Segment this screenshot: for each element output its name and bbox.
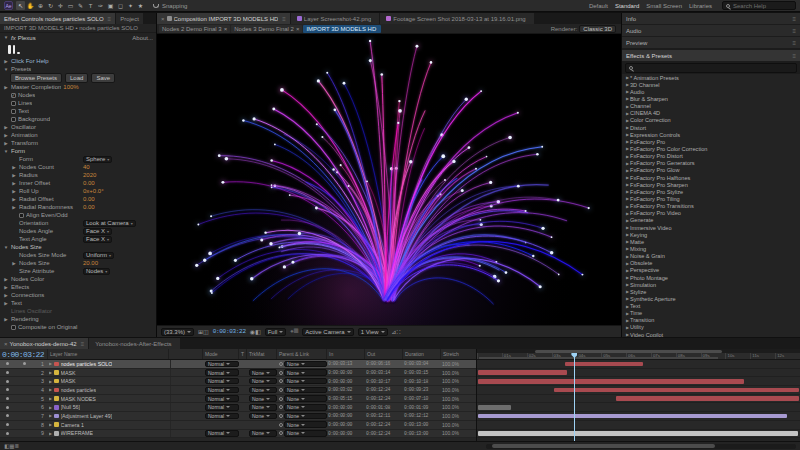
orbit-camera-tool[interactable]: ↻ (46, 1, 55, 10)
magnification-select[interactable]: (33.3%) (161, 328, 194, 336)
effect-property-row[interactable]: Nodes Size Mode Uniform (0, 251, 156, 259)
parent-select[interactable]: None (284, 404, 327, 411)
pick-whip-icon[interactable] (279, 423, 283, 427)
search-help-box[interactable]: Search Help (722, 1, 796, 10)
track-matte-select[interactable]: None (249, 404, 277, 411)
layer-name-cell[interactable]: ▶ MASK (49, 369, 170, 377)
tab-project[interactable]: Project (116, 13, 143, 24)
property-value[interactable]: 2020 (83, 172, 96, 178)
solo-toggle[interactable] (20, 395, 28, 403)
effect-category[interactable]: ▶ FxFactory Pro Glow (622, 167, 800, 174)
in-time[interactable]: 0:00:00:00 (328, 377, 366, 385)
tab-audio[interactable]: Audio ≡ (622, 25, 800, 36)
solo-toggle[interactable] (20, 377, 28, 385)
effect-category[interactable]: ▶ Photo Montage (622, 274, 800, 281)
mask-visibility-icon[interactable]: ◫ (203, 329, 209, 335)
effect-category[interactable]: ▶ 3D Channel (622, 81, 800, 88)
pen-tool[interactable]: ✎ (76, 1, 85, 10)
camera-select[interactable]: Active Camera (302, 328, 353, 336)
pick-whip-icon[interactable] (279, 388, 283, 392)
layer-duration-bar[interactable] (616, 396, 798, 401)
effect-property-row[interactable]: ▶ Connections (0, 291, 156, 299)
property-value[interactable]: Uniform (83, 252, 114, 259)
comp-tab-nodes-2-demo-final-3[interactable]: Nodes 2 Demo Final 3 × (159, 25, 230, 33)
effect-category[interactable]: ▶ FxFactory Pro Video (622, 210, 800, 217)
audio-toggle[interactable] (12, 421, 20, 429)
in-time[interactable]: 0:00:03:13 (328, 360, 366, 368)
layer-row[interactable]: 6 ▶ [Null 56] Normal None (0, 403, 476, 412)
effect-property-row[interactable]: ▶ Nodes Size 20.00 (0, 259, 156, 267)
effect-category[interactable]: ▶ Stylize (622, 288, 800, 295)
twirl-icon[interactable]: ▶ (49, 387, 52, 392)
out-time[interactable]: 0:00:12:24 (366, 430, 404, 438)
blend-mode-select[interactable]: Normal (205, 387, 239, 394)
stretch-value[interactable]: 100.0% (442, 395, 472, 403)
layer-track[interactable] (477, 386, 800, 395)
effect-category[interactable]: ▶ CINEMA 4D (622, 110, 800, 117)
layer-track[interactable] (477, 430, 800, 439)
audio-toggle[interactable] (12, 403, 20, 411)
workspace-standard[interactable]: Standard (615, 3, 639, 9)
blend-mode-select[interactable]: Normal (205, 361, 239, 368)
layer-duration-bar[interactable] (565, 362, 643, 367)
close-icon[interactable]: × (161, 16, 165, 22)
effect-category[interactable]: ▶ FxFactory Pro Distort (622, 153, 800, 160)
layer-name-cell[interactable]: ▶ WIREFRAME (49, 430, 170, 438)
out-time[interactable]: 0:00:03:14 (366, 369, 404, 377)
t-switch[interactable] (240, 360, 248, 368)
effect-property-row[interactable]: ▼ Form (0, 147, 156, 155)
checkbox[interactable] (11, 325, 16, 330)
checkbox[interactable] (11, 93, 16, 98)
checkbox[interactable] (11, 117, 16, 122)
lock-toggle[interactable] (28, 412, 36, 420)
t-switch[interactable] (240, 421, 248, 429)
column-duration[interactable]: Duration (402, 349, 440, 359)
property-value[interactable]: 0.00 (83, 180, 95, 186)
effect-category[interactable]: ▶ Transition (622, 317, 800, 324)
effect-category[interactable]: ▶ Perspective (622, 267, 800, 274)
scrollbar-thumb[interactable] (492, 444, 715, 448)
out-time[interactable]: 0:00:12:11 (366, 412, 404, 420)
twirl-icon[interactable]: ▶ (3, 85, 9, 90)
resolution-select[interactable]: Full (265, 328, 287, 336)
t-switch[interactable] (240, 386, 248, 394)
horizontal-scrollbar[interactable] (486, 444, 796, 449)
layer-track[interactable] (477, 369, 800, 378)
column-parent-link[interactable]: Parent & Link (276, 349, 326, 359)
audio-toggle[interactable] (12, 395, 20, 403)
effect-category[interactable]: ▶ Immersive Video (622, 224, 800, 231)
visibility-toggle[interactable] (2, 377, 12, 385)
effect-category[interactable]: ▶ Synthetic Aperture (622, 295, 800, 302)
layer-row[interactable]: 3 ▶ MASK Normal None (0, 377, 476, 386)
parent-select[interactable]: None (284, 369, 327, 376)
lock-toggle[interactable] (28, 403, 36, 411)
visibility-toggle[interactable] (2, 395, 12, 403)
t-switch[interactable] (240, 430, 248, 438)
close-icon[interactable]: × (296, 26, 300, 32)
audio-toggle[interactable] (12, 430, 20, 438)
twirl-icon[interactable]: ▶ (3, 293, 9, 298)
layer-row[interactable]: 2 ▶ MASK Normal None (0, 369, 476, 378)
layer-switches[interactable] (170, 403, 204, 411)
effect-property-row[interactable]: Nodes Angle Face X (0, 227, 156, 235)
solo-toggle[interactable] (20, 421, 28, 429)
layer-duration-bar[interactable] (478, 405, 511, 410)
effect-category[interactable]: ▶ FxFactory Pro Stylize (622, 188, 800, 195)
layer-switches[interactable] (170, 412, 204, 420)
layer-switches[interactable] (170, 430, 204, 438)
time-ruler[interactable]: 01s02s03s04s05s06s07s08s09s10s11s12s (477, 353, 800, 360)
layer-name-cell[interactable]: ▶ nodes particles SOLO (49, 360, 170, 368)
show-channel-icon[interactable]: ◧ (255, 329, 261, 335)
panel-menu-icon[interactable]: ≡ (792, 16, 796, 22)
out-time[interactable]: 0:00:06:16 (366, 360, 404, 368)
effect-property-row[interactable]: ▶ Inner Offset 0.00 (0, 179, 156, 187)
effect-property-row[interactable]: ▶ Nodes Color (0, 275, 156, 283)
column-mode[interactable]: Mode (202, 349, 238, 359)
stretch-value[interactable]: 100.0% (442, 386, 472, 394)
eraser-tool[interactable]: ◻ (116, 1, 125, 10)
effect-category[interactable]: ▶ * Animation Presets (622, 74, 800, 81)
effect-property-row[interactable]: ▶ Roll Up 0x+0.0° (0, 187, 156, 195)
effect-category[interactable]: ▶ Time (622, 310, 800, 317)
twirl-icon[interactable]: ▶ (11, 205, 17, 210)
twirl-icon[interactable]: ▶ (49, 422, 52, 427)
